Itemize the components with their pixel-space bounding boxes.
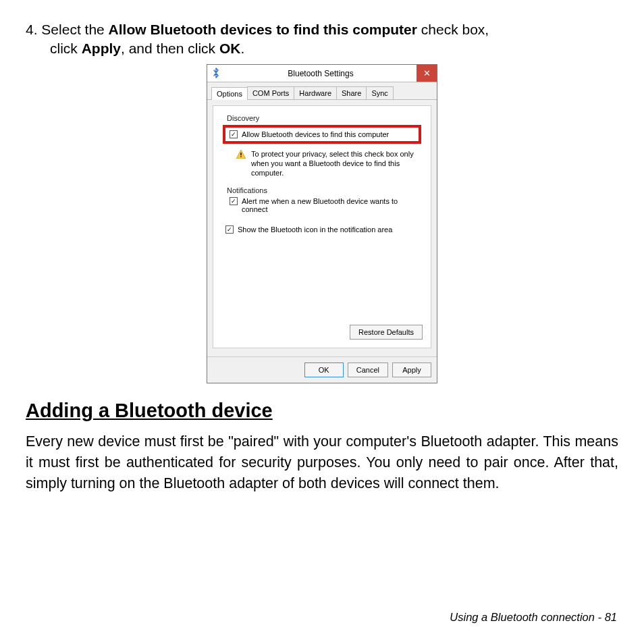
alert-label: Alert me when a new Bluetooth device wan…: [242, 197, 421, 213]
step-text-4: , and then click: [121, 41, 219, 56]
page-footer: Using a Bluetooth connection - 81: [450, 611, 617, 624]
step-text-3: click: [50, 41, 82, 56]
cancel-button[interactable]: Cancel: [348, 363, 388, 377]
section-body: Every new device must first be "paired" …: [26, 431, 618, 495]
highlight-allow-discovery: ✓ Allow Bluetooth devices to find this c…: [223, 125, 421, 144]
titlebar: Bluetooth Settings ✕: [207, 65, 437, 82]
ok-button[interactable]: OK: [304, 363, 344, 377]
tab-hardware[interactable]: Hardware: [294, 86, 337, 99]
tab-com-ports[interactable]: COM Ports: [247, 86, 294, 99]
instruction-step: 4. Select the Allow Bluetooth devices to…: [26, 20, 618, 59]
step-bold-2: Apply: [82, 41, 121, 56]
dialog-footer: OK Cancel Apply: [207, 356, 437, 383]
tab-sync[interactable]: Sync: [366, 86, 393, 99]
bluetooth-settings-dialog: Bluetooth Settings ✕ Options COM Ports H…: [207, 64, 437, 383]
allow-discovery-label: Allow Bluetooth devices to find this com…: [242, 130, 389, 138]
alert-checkbox[interactable]: ✓: [230, 197, 238, 205]
dialog-title: Bluetooth Settings: [225, 65, 417, 82]
step-bold-3: OK: [219, 41, 241, 56]
notifications-group-label: Notifications: [227, 186, 424, 194]
warning-icon: [236, 150, 246, 159]
step-text-2: check box,: [417, 22, 489, 37]
close-button[interactable]: ✕: [417, 65, 437, 82]
svg-rect-1: [240, 153, 241, 155]
apply-button[interactable]: Apply: [392, 363, 431, 377]
tab-row: Options COM Ports Hardware Share Sync: [207, 82, 437, 100]
step-text-5: .: [240, 41, 244, 56]
step-bold-1: Allow Bluetooth devices to find this com…: [109, 22, 417, 37]
close-icon: ✕: [423, 68, 431, 78]
privacy-warning-text: To protect your privacy, select this che…: [251, 149, 421, 178]
svg-rect-2: [240, 156, 241, 157]
showicon-label: Show the Bluetooth icon in the notificat…: [238, 225, 392, 234]
allow-discovery-checkbox[interactable]: ✓: [230, 130, 238, 138]
tab-share[interactable]: Share: [336, 86, 367, 99]
section-heading: Adding a Bluetooth device: [26, 400, 618, 422]
step-text-1: Select the: [41, 22, 108, 37]
restore-defaults-button[interactable]: Restore Defaults: [350, 325, 423, 340]
step-number: 4.: [26, 22, 38, 37]
tab-options[interactable]: Options: [211, 87, 248, 100]
discovery-group-label: Discovery: [227, 114, 424, 122]
privacy-warning: To protect your privacy, select this che…: [236, 149, 421, 178]
showicon-checkbox[interactable]: ✓: [225, 225, 234, 234]
bluetooth-icon: [207, 65, 225, 82]
